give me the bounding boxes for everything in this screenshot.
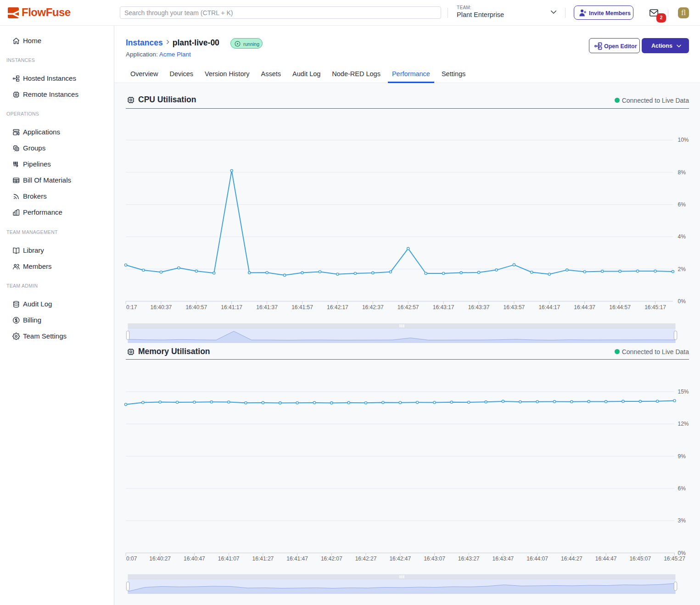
svg-text:0:17: 0:17 xyxy=(126,304,137,311)
svg-text:16:40:37: 16:40:37 xyxy=(151,304,172,311)
svg-text:16:44:57: 16:44:57 xyxy=(609,304,631,311)
svg-text:16:41:37: 16:41:37 xyxy=(256,304,278,311)
svg-text:15%: 15% xyxy=(678,389,689,395)
svg-text:16:40:57: 16:40:57 xyxy=(185,304,207,311)
svg-text:16:44:07: 16:44:07 xyxy=(526,555,548,562)
svg-text:16:43:37: 16:43:37 xyxy=(468,304,490,311)
svg-text:16:41:27: 16:41:27 xyxy=(252,555,274,562)
svg-text:3%: 3% xyxy=(678,517,686,524)
svg-text:9%: 9% xyxy=(678,453,686,460)
svg-text:12%: 12% xyxy=(678,421,689,427)
svg-text:16:42:07: 16:42:07 xyxy=(321,555,342,562)
svg-text:0%: 0% xyxy=(678,298,686,305)
svg-text:16:42:27: 16:42:27 xyxy=(355,555,377,562)
svg-text:4%: 4% xyxy=(678,233,686,240)
svg-text:16:43:47: 16:43:47 xyxy=(493,555,514,562)
svg-text:16:42:57: 16:42:57 xyxy=(398,304,419,311)
svg-text:16:42:17: 16:42:17 xyxy=(327,304,348,311)
svg-text:16:41:17: 16:41:17 xyxy=(221,304,242,311)
svg-text:16:41:47: 16:41:47 xyxy=(286,555,308,562)
svg-text:16:41:07: 16:41:07 xyxy=(218,555,240,562)
svg-text:16:45:17: 16:45:17 xyxy=(644,304,666,311)
svg-text:16:42:37: 16:42:37 xyxy=(362,304,384,311)
svg-text:6%: 6% xyxy=(678,201,686,208)
svg-text:16:44:27: 16:44:27 xyxy=(561,555,582,562)
svg-text:16:43:07: 16:43:07 xyxy=(424,555,445,562)
svg-text:16:45:27: 16:45:27 xyxy=(664,555,685,562)
svg-text:16:43:27: 16:43:27 xyxy=(458,555,480,562)
svg-text:16:40:47: 16:40:47 xyxy=(184,555,205,562)
svg-text:16:43:57: 16:43:57 xyxy=(504,304,525,311)
svg-text:16:40:27: 16:40:27 xyxy=(149,555,171,562)
svg-text:6%: 6% xyxy=(678,485,686,492)
svg-text:8%: 8% xyxy=(678,169,686,176)
svg-text:16:43:17: 16:43:17 xyxy=(433,304,454,311)
svg-text:0%: 0% xyxy=(678,550,686,556)
svg-text:16:45:07: 16:45:07 xyxy=(629,555,651,562)
svg-text:16:44:17: 16:44:17 xyxy=(538,304,560,311)
svg-text:16:41:57: 16:41:57 xyxy=(291,304,313,311)
svg-text:0:07: 0:07 xyxy=(126,555,137,562)
svg-text:16:44:37: 16:44:37 xyxy=(574,304,595,311)
svg-text:16:42:47: 16:42:47 xyxy=(389,555,411,562)
svg-text:2%: 2% xyxy=(678,266,686,272)
svg-text:16:44:47: 16:44:47 xyxy=(595,555,617,562)
svg-text:10%: 10% xyxy=(678,137,689,143)
